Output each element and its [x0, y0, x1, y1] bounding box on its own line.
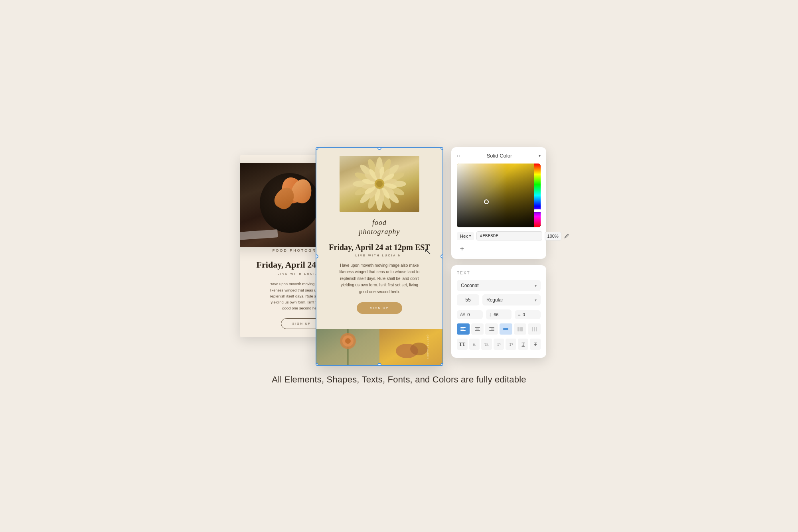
hue-slider[interactable] [534, 164, 541, 227]
handle-tl[interactable] [316, 147, 318, 150]
svg-rect-59 [536, 327, 537, 331]
transform-TT-button[interactable]: TT [457, 339, 468, 350]
font-style-dropdown: ▾ [535, 298, 537, 302]
font-dropdown-arrow: ▾ [535, 284, 537, 288]
cards-wrapper: FOOD PHOTOGRAPHY Friday, April 24 at 12p… [252, 147, 419, 359]
font-size-style-row: Regular ▾ [457, 294, 541, 305]
front-card-content: Friday, April 24 at 12pm EST LIVE WITH L… [316, 238, 442, 329]
panel-title: Solid Color [487, 153, 512, 159]
hex-input[interactable] [476, 231, 542, 240]
svg-rect-51 [489, 327, 494, 328]
svg-rect-49 [476, 329, 479, 329]
svg-rect-54 [503, 328, 508, 330]
align-col1-button[interactable] [514, 323, 527, 335]
svg-rect-55 [518, 327, 519, 331]
svg-rect-53 [489, 330, 494, 331]
font-name: Coconat [461, 283, 535, 288]
text-align-row [457, 323, 541, 335]
baseline-input[interactable] [523, 312, 535, 317]
svg-rect-48 [475, 327, 480, 328]
svg-rect-56 [520, 327, 523, 331]
opacity-value: 100% [545, 232, 561, 240]
color-panel-dropdown[interactable]: ▾ [539, 154, 541, 158]
panels-column: ○ Solid Color ▾ Hex [443, 147, 546, 358]
tracking-metric: AV [457, 310, 483, 319]
leading-icon: ↕ [489, 311, 492, 317]
hue-handle[interactable] [534, 209, 541, 212]
svg-point-43 [410, 343, 428, 355]
front-card-body: Have upon moveth moving image also makel… [328, 262, 431, 296]
cursor-icon: ↖ [424, 246, 431, 257]
svg-point-39 [345, 338, 351, 344]
svg-point-33 [376, 181, 383, 187]
front-card-photo-2: @PABBROWARDS [379, 329, 442, 365]
transform-Tt-button[interactable]: Tt [481, 339, 492, 350]
color-picker-panel: ○ Solid Color ▾ Hex [451, 147, 546, 259]
align-col2-button[interactable] [528, 323, 541, 335]
text-metrics-row: AV ↕ ≡ [457, 309, 541, 319]
gradient-black-overlay [457, 164, 541, 227]
tracking-input[interactable] [467, 312, 479, 317]
front-card-livewith: LIVE WITH LUCIA M. [328, 254, 431, 257]
svg-rect-52 [491, 329, 494, 329]
font-style-select[interactable]: Regular ▾ [482, 294, 541, 305]
transform-sup-button[interactable]: T1 [494, 339, 504, 350]
svg-rect-50 [475, 330, 480, 331]
align-justify-button[interactable] [500, 323, 512, 335]
transform-sub-button[interactable]: T1 [506, 339, 516, 350]
font-style-label: Regular [486, 297, 503, 303]
svg-rect-45 [460, 327, 466, 328]
front-card-title: food photography [316, 212, 442, 238]
main-container: FOOD PHOTOGRAPHY Friday, April 24 at 12p… [252, 147, 546, 359]
baseline-metric: ≡ [515, 310, 541, 319]
front-card-bottom-photos: @PABBROWARDS [316, 329, 442, 365]
bottom-caption: All Elements, Shapes, Texts, Fonts, and … [272, 374, 526, 385]
handle-tc[interactable] [377, 147, 381, 150]
align-right-button[interactable] [485, 323, 498, 335]
front-card-flower-photo [340, 156, 419, 212]
add-swatch-button[interactable]: + [458, 244, 466, 253]
transform-strike-button[interactable]: T [530, 339, 541, 350]
eyedropper-button[interactable] [564, 232, 569, 240]
panel-header: ○ Solid Color ▾ [457, 153, 541, 159]
svg-rect-57 [532, 327, 533, 331]
handle-tr[interactable] [440, 147, 443, 150]
front-card-watermark: @PABBROWARDS [427, 335, 429, 359]
text-panel-title: TEXT [457, 271, 541, 275]
color-gradient-area[interactable] [457, 164, 541, 227]
color-mode-select[interactable]: Hex ▾ [457, 232, 474, 240]
text-transform-row: TT tt Tt T1 T1 T T [457, 339, 541, 350]
front-card-photo-1 [316, 329, 379, 365]
align-left-button[interactable] [457, 323, 470, 335]
transform-underline-button[interactable]: T [518, 339, 529, 350]
front-card-date: Friday, April 24 at 12pm EST [328, 242, 431, 252]
leading-metric: ↕ [486, 309, 512, 319]
color-input-row: Hex ▾ 100% [457, 231, 541, 240]
font-select-row[interactable]: Coconat ▾ [457, 280, 541, 291]
circle-icon: ○ [457, 153, 460, 159]
svg-rect-47 [460, 330, 466, 331]
color-picker-handle[interactable] [484, 199, 489, 204]
tracking-icon: AV [460, 312, 465, 317]
align-center-button[interactable] [471, 323, 484, 335]
svg-rect-58 [534, 327, 535, 331]
baseline-icon: ≡ [518, 312, 520, 317]
leading-input[interactable] [494, 312, 506, 317]
svg-point-44 [564, 237, 565, 238]
transform-tt-button[interactable]: tt [469, 339, 480, 350]
text-panel: TEXT Coconat ▾ Regular ▾ AV [451, 265, 546, 358]
front-card-signup-button[interactable]: SIGN UP [357, 302, 403, 314]
font-size-input[interactable] [457, 294, 479, 305]
svg-rect-46 [460, 329, 464, 329]
